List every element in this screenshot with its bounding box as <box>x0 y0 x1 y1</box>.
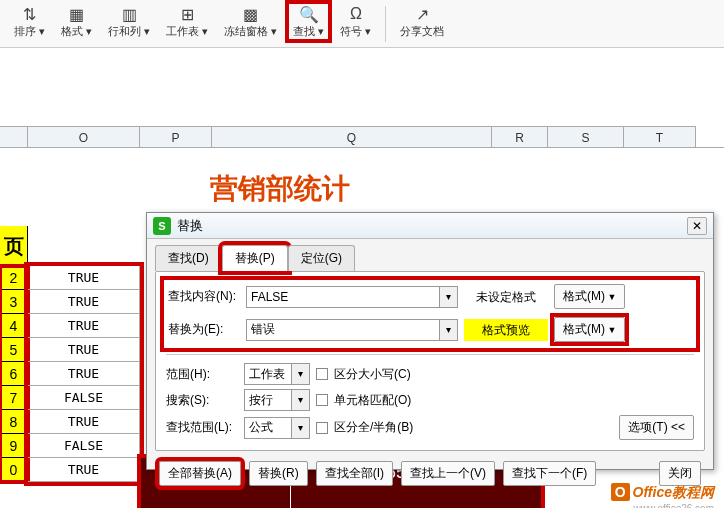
close-button[interactable]: 关闭 <box>659 461 701 486</box>
ribbon-toolbar: ⇅排序 ▾ ▦格式 ▾ ▥行和列 ▾ ⊞工作表 ▾ ▩冻结窗格 ▾ 🔍查找 ▾ … <box>0 0 724 48</box>
cell[interactable]: FALSE <box>28 434 140 458</box>
row-num[interactable]: 3 <box>0 290 28 314</box>
cell[interactable]: TRUE <box>28 290 140 314</box>
replace-value: 错误 <box>251 321 275 338</box>
rowcol-button[interactable]: ▥行和列 ▾ <box>102 2 156 41</box>
watermark: OOffice教程网 <box>611 484 714 502</box>
symbol-label: 符号 <box>340 25 362 37</box>
replace-with-label: 替换为(E): <box>168 321 240 338</box>
find-label: 查找 <box>293 25 315 37</box>
search-select[interactable]: 按行▾ <box>244 389 310 411</box>
row-num[interactable]: 5 <box>0 338 28 362</box>
tab-goto[interactable]: 定位(G) <box>288 245 355 271</box>
cell[interactable]: TRUE <box>28 410 140 434</box>
worksheet-button[interactable]: ⊞工作表 ▾ <box>160 2 214 41</box>
chevron-down-icon[interactable]: ▾ <box>439 320 457 340</box>
col-header-t[interactable]: T <box>624 126 696 147</box>
col-header-p[interactable]: P <box>140 126 212 147</box>
cell[interactable]: TRUE <box>28 458 140 482</box>
replace-with-input[interactable]: 错误▾ <box>246 319 458 341</box>
find-prev-button[interactable]: 查找上一个(V) <box>401 461 495 486</box>
row-num[interactable]: 2 <box>0 266 28 290</box>
row-num[interactable]: 0 <box>0 458 28 482</box>
matchcase-label: 区分大小写(C) <box>334 366 411 383</box>
symbol-button[interactable]: Ω符号 ▾ <box>334 2 377 41</box>
column-o-cells: TRUE TRUE TRUE TRUE TRUE FALSE TRUE FALS… <box>28 266 140 482</box>
fullhalf-checkbox[interactable] <box>316 422 328 434</box>
find-content-label: 查找内容(N): <box>168 288 240 305</box>
replace-button[interactable]: 替换(R) <box>249 461 308 486</box>
find-content-input[interactable]: FALSE▾ <box>246 286 458 308</box>
matchcase-checkbox[interactable] <box>316 368 328 380</box>
search-icon: 🔍 <box>298 4 320 24</box>
lookin-select[interactable]: 公式▾ <box>244 417 310 439</box>
wps-logo-icon: S <box>153 217 171 235</box>
rowcol-label: 行和列 <box>108 25 141 37</box>
find-value: FALSE <box>251 290 288 304</box>
find-button[interactable]: 🔍查找 ▾ <box>287 2 330 41</box>
row-num[interactable]: 8 <box>0 410 28 434</box>
freeze-label: 冻结窗格 <box>224 25 268 37</box>
col-header-s[interactable]: S <box>548 126 624 147</box>
column-headers: O P Q R S T <box>0 126 724 148</box>
replace-all-button[interactable]: 全部替换(A) <box>159 461 241 486</box>
wholecell-label: 单元格匹配(O) <box>334 392 411 409</box>
wholecell-checkbox[interactable] <box>316 394 328 406</box>
col-header-q[interactable]: Q <box>212 126 492 147</box>
col-header-o[interactable]: O <box>28 126 140 147</box>
dialog-title-text: 替换 <box>177 217 687 235</box>
share-label: 分享文档 <box>400 24 444 39</box>
cell[interactable]: FALSE <box>28 386 140 410</box>
sort-button[interactable]: ⇅排序 ▾ <box>8 2 51 41</box>
scope-select[interactable]: 工作表▾ <box>244 363 310 385</box>
format-label: 格式 <box>61 25 83 37</box>
sort-label: 排序 <box>14 25 36 37</box>
cell[interactable]: TRUE <box>28 338 140 362</box>
tab-find[interactable]: 查找(D) <box>155 245 222 271</box>
format-button[interactable]: ▦格式 ▾ <box>55 2 98 41</box>
fullhalf-label: 区分全/半角(B) <box>334 419 413 436</box>
sheet-title: 营销部统计 <box>210 170 350 208</box>
toolbar-divider <box>385 6 386 42</box>
find-format-display: 未设定格式 <box>464 286 548 308</box>
row-num[interactable]: 9 <box>0 434 28 458</box>
options-button[interactable]: 选项(T) << <box>619 415 694 440</box>
row-num[interactable]: 6 <box>0 362 28 386</box>
replace-dialog: S 替换 ✕ 查找(D) 替换(P) 定位(G) 查找内容(N): FALSE▾… <box>146 212 714 470</box>
find-format-button[interactable]: 格式(M) <box>554 284 625 309</box>
share-button[interactable]: ↗分享文档 <box>394 2 450 41</box>
replace-format-preview: 格式预览 <box>464 319 548 341</box>
search-label: 搜索(S): <box>166 392 238 409</box>
dialog-tabs: 查找(D) 替换(P) 定位(G) <box>147 239 713 271</box>
dialog-form: 查找内容(N): FALSE▾ 未设定格式 格式(M) 替换为(E): 错误▾ … <box>155 271 705 451</box>
find-replace-group: 查找内容(N): FALSE▾ 未设定格式 格式(M) 替换为(E): 错误▾ … <box>166 282 694 346</box>
row-num[interactable]: 7 <box>0 386 28 410</box>
yellow-header-cell: 页 <box>0 226 28 266</box>
watermark-icon: O <box>611 483 630 501</box>
lookin-label: 查找范围(L): <box>166 419 238 436</box>
dialog-titlebar[interactable]: S 替换 ✕ <box>147 213 713 239</box>
worksheet-label: 工作表 <box>166 25 199 37</box>
col-header-r[interactable]: R <box>492 126 548 147</box>
row-numbers: 2 3 4 5 6 7 8 9 0 <box>0 266 28 482</box>
chevron-down-icon[interactable]: ▾ <box>439 287 457 307</box>
row-num[interactable]: 4 <box>0 314 28 338</box>
tab-replace[interactable]: 替换(P) <box>222 245 288 271</box>
replace-format-button[interactable]: 格式(M) <box>554 317 625 342</box>
freeze-button[interactable]: ▩冻结窗格 ▾ <box>218 2 283 41</box>
close-icon[interactable]: ✕ <box>687 217 707 235</box>
cell[interactable]: TRUE <box>28 362 140 386</box>
find-next-button[interactable]: 查找下一个(F) <box>503 461 596 486</box>
scope-label: 范围(H): <box>166 366 238 383</box>
cell[interactable]: TRUE <box>28 314 140 338</box>
corner-cell[interactable] <box>0 126 28 147</box>
find-all-button[interactable]: 查找全部(I) <box>316 461 393 486</box>
watermark-url: www.office26.com <box>634 503 714 508</box>
cell[interactable]: TRUE <box>28 266 140 290</box>
